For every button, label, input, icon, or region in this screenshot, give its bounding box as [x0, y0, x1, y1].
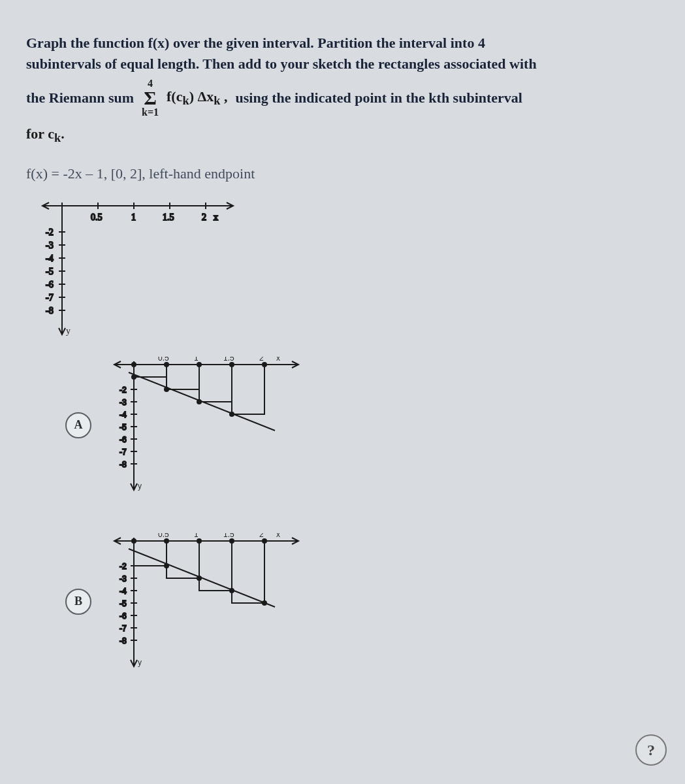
y-tick-4: -6 — [46, 280, 54, 289]
question-page: Graph the function f(x) over the given i… — [0, 0, 685, 784]
svg-text:1.5: 1.5 — [223, 533, 234, 539]
y-tick-5: -7 — [46, 293, 54, 302]
x-tick-1: 1 — [131, 212, 136, 222]
y-axis-label: y — [66, 326, 71, 336]
svg-text:2: 2 — [259, 357, 264, 363]
svg-text:-5: -5 — [119, 599, 127, 608]
sum-body: f(ck) Δxk , — [167, 88, 227, 108]
svg-point-71 — [229, 538, 234, 544]
svg-text:0.5: 0.5 — [158, 533, 169, 539]
svg-text:-7: -7 — [119, 448, 127, 457]
svg-point-44 — [229, 412, 234, 417]
question-line1: Graph the function f(x) over the given i… — [26, 33, 659, 54]
svg-text:x: x — [276, 533, 280, 539]
option-b-badge[interactable]: B — [65, 589, 91, 615]
answer-option-a[interactable]: A 0.5 1 1.5 2x -2 -3 -4 -5 -6 -7 -8 — [65, 357, 659, 494]
question-line2: subintervals of equal length. Then add t… — [26, 54, 659, 74]
svg-text:-4: -4 — [119, 410, 127, 419]
answer-option-b[interactable]: B 0.5 1 1.5 2x -2 -3 -4 -5 -6 -7 -8 — [65, 533, 659, 670]
sum-lower: k=1 — [142, 107, 159, 118]
svg-text:-2: -2 — [119, 385, 127, 395]
svg-point-42 — [164, 387, 169, 392]
svg-text:-8: -8 — [119, 636, 127, 645]
svg-text:-6: -6 — [119, 612, 127, 621]
option-b-graph: 0.5 1 1.5 2x -2 -3 -4 -5 -6 -7 -8 y — [104, 533, 300, 670]
svg-text:0.5: 0.5 — [158, 357, 169, 363]
svg-text:-6: -6 — [119, 435, 127, 444]
svg-point-43 — [197, 399, 202, 404]
svg-text:y: y — [138, 658, 142, 667]
svg-text:-7: -7 — [119, 624, 127, 633]
svg-text:-3: -3 — [119, 574, 127, 583]
y-tick-1: -3 — [46, 240, 54, 250]
help-button[interactable]: ? — [635, 734, 667, 766]
svg-text:-8: -8 — [119, 460, 127, 469]
svg-line-67 — [129, 549, 275, 607]
svg-point-38 — [197, 362, 202, 367]
svg-text:2: 2 — [259, 533, 264, 539]
x-tick-0: 0.5 — [91, 212, 103, 222]
svg-text:y: y — [138, 482, 142, 491]
riemann-sum-row: the Riemann sum 4 Σ k=1 f(ck) Δxk , usin… — [26, 78, 659, 118]
question-graph: 0.5 1 1.5 2x -2 -3 -4 -5 -6 -7 -8 y — [26, 198, 235, 338]
svg-point-37 — [164, 362, 169, 367]
option-a-graph: 0.5 1 1.5 2x -2 -3 -4 -5 -6 -7 -8 y — [104, 357, 300, 494]
svg-text:1: 1 — [194, 357, 199, 363]
x-tick-2: 1.5 — [163, 212, 174, 222]
for-row: for ck. — [26, 125, 659, 145]
svg-text:1: 1 — [194, 533, 199, 539]
svg-text:-2: -2 — [119, 562, 127, 571]
svg-point-69 — [164, 538, 169, 544]
svg-point-73 — [164, 563, 169, 568]
x-axis-label: x — [214, 212, 218, 222]
svg-point-75 — [229, 588, 234, 593]
svg-point-41 — [131, 374, 136, 380]
y-tick-6: -8 — [46, 306, 54, 316]
svg-text:-5: -5 — [119, 423, 127, 432]
y-tick-0: -2 — [46, 227, 54, 237]
sum-lead: the Riemann sum — [26, 88, 134, 108]
function-definition: f(x) = -2x – 1, [0, 2], left-hand endpoi… — [26, 165, 659, 182]
y-tick-3: -5 — [46, 267, 54, 276]
option-a-badge[interactable]: A — [65, 412, 91, 438]
svg-point-40 — [262, 362, 267, 367]
sigma-icon: Σ — [144, 89, 157, 108]
help-icon: ? — [647, 742, 655, 759]
svg-text:-4: -4 — [119, 587, 127, 596]
svg-point-39 — [229, 362, 234, 367]
sum-tail: using the indicated point in the kth sub… — [235, 88, 522, 108]
svg-point-74 — [197, 576, 202, 581]
svg-text:1.5: 1.5 — [223, 357, 234, 363]
svg-text:x: x — [276, 357, 280, 363]
svg-point-68 — [131, 538, 136, 544]
svg-point-70 — [197, 538, 202, 544]
svg-point-76 — [262, 600, 267, 606]
svg-text:-3: -3 — [119, 398, 127, 407]
x-tick-3: 2 — [202, 212, 206, 222]
svg-point-72 — [262, 538, 267, 544]
y-tick-2: -4 — [46, 253, 54, 263]
svg-point-36 — [131, 362, 136, 367]
summation-expression: 4 Σ k=1 — [142, 78, 159, 118]
